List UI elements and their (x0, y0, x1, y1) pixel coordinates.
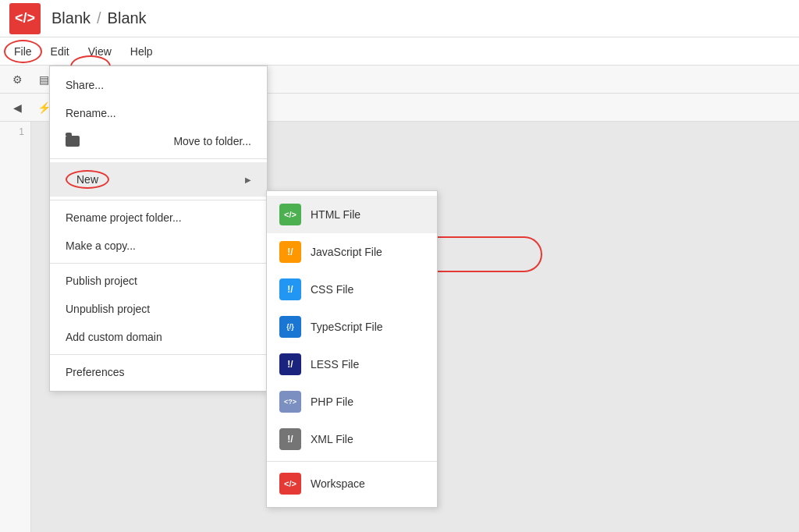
css-file-label: CSS File (311, 283, 353, 296)
workspace-icon: </> (279, 473, 301, 495)
app-logo[interactable]: </> (9, 3, 41, 34)
menu-option-domain[interactable]: Add custom domain (50, 323, 267, 351)
line-number-1: 1 (0, 126, 24, 137)
css-file-icon: !/ (279, 278, 301, 300)
less-file-icon: !/ (279, 353, 301, 375)
submenu-item-workspace[interactable]: </> Workspace (267, 465, 437, 502)
breadcrumb: Blank / Blank (51, 9, 147, 27)
menu-option-unpublish[interactable]: Unpublish project (50, 295, 267, 323)
separator-1 (50, 158, 267, 159)
file-menu: Share... Rename... Move to folder... New… (49, 66, 268, 392)
menu-option-copy[interactable]: Make a copy... (50, 232, 267, 260)
menu-edit[interactable]: Edit (43, 42, 77, 61)
menu-option-preferences[interactable]: Preferences (50, 358, 267, 386)
php-file-label: PHP File (311, 395, 353, 408)
html-file-label: HTML File (311, 208, 360, 221)
xml-file-label: XML File (311, 433, 353, 445)
less-file-label: LESS File (311, 358, 359, 371)
ts-file-label: TypeScript File (311, 321, 383, 333)
menu-option-publish[interactable]: Publish project (50, 267, 267, 295)
menu-option-share[interactable]: Share... (50, 71, 267, 99)
submenu-item-html[interactable]: </> HTML File (267, 196, 437, 233)
menu-bar: File Edit View Help (0, 37, 799, 66)
menu-help[interactable]: Help (123, 42, 161, 61)
submenu: </> HTML File !/ JavaScript File !/ CSS … (266, 190, 438, 508)
folder-icon (66, 136, 80, 147)
submenu-item-ts[interactable]: {/} TypeScript File (267, 308, 437, 346)
ts-file-icon: {/} (279, 316, 301, 338)
submenu-item-less[interactable]: !/ LESS File (267, 346, 437, 383)
back-icon[interactable]: ◀ (6, 97, 28, 119)
submenu-item-xml[interactable]: !/ XML File (267, 420, 437, 458)
new-label: New (66, 170, 109, 189)
chevron-right-icon: ▶ (245, 176, 251, 184)
settings-icon[interactable]: ⚙ (6, 69, 28, 90)
menu-option-move[interactable]: Move to folder... (50, 127, 267, 155)
js-file-icon: !/ (279, 241, 301, 263)
separator-3 (50, 263, 267, 264)
js-file-label: JavaScript File (311, 246, 382, 258)
logo-icon: </> (15, 10, 35, 27)
submenu-item-js[interactable]: !/ JavaScript File (267, 233, 437, 271)
line-numbers: 1 (0, 122, 31, 532)
separator-4 (50, 354, 267, 355)
breadcrumb-file: Blank (108, 9, 147, 27)
menu-view[interactable]: View (80, 42, 119, 61)
submenu-item-css[interactable]: !/ CSS File (267, 271, 437, 308)
dropdown-container: Share... Rename... Move to folder... New… (49, 66, 439, 392)
workspace-label: Workspace (311, 477, 365, 490)
xml-file-icon: !/ (279, 428, 301, 450)
top-bar: </> Blank / Blank (0, 0, 799, 37)
submenu-item-php[interactable]: <?> PHP File (267, 383, 437, 420)
breadcrumb-separator: / (97, 9, 101, 27)
menu-file[interactable]: File (6, 42, 40, 61)
separator-2 (50, 200, 267, 200)
menu-option-new[interactable]: New ▶ (50, 162, 267, 197)
menu-option-rename-project[interactable]: Rename project folder... (50, 204, 267, 232)
html-file-icon: </> (279, 204, 301, 225)
submenu-separator (267, 461, 437, 462)
php-file-icon: <?> (279, 391, 301, 413)
menu-option-rename[interactable]: Rename... (50, 99, 267, 127)
breadcrumb-project: Blank (51, 9, 91, 27)
